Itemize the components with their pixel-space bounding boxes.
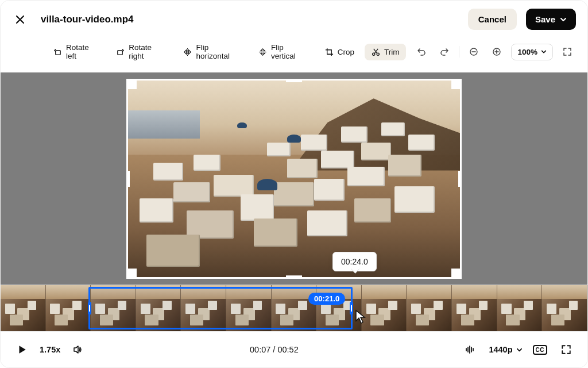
zoom-out-icon (469, 47, 478, 56)
timeline-thumb[interactable] (407, 285, 452, 331)
current-time: 00:07 (250, 345, 270, 354)
svg-rect-1 (118, 50, 122, 55)
trim-handle-start[interactable] (88, 302, 91, 315)
flip-horizontal-button[interactable]: Flip horizontal (176, 39, 248, 64)
redo-icon (440, 47, 449, 56)
trim-end-badge: 00:21.0 (308, 293, 345, 305)
total-time: 00:52 (277, 345, 298, 354)
rotate-left-icon (53, 48, 62, 56)
video-editor-app: villa-tour-video.mp4 Cancel Save Rotate … (0, 0, 588, 368)
fullscreen-button[interactable] (559, 43, 576, 60)
divider (459, 46, 459, 57)
cancel-button[interactable]: Cancel (468, 9, 517, 30)
redo-button[interactable] (436, 43, 453, 60)
timeline-thumb[interactable] (1, 285, 46, 331)
timeline: 00:21.0 (1, 285, 587, 332)
rotate-right-button[interactable]: Rotate right (109, 39, 173, 64)
zoom-out-button[interactable] (465, 43, 482, 60)
timeline-thumb[interactable] (46, 285, 91, 331)
zoom-in-icon (492, 47, 501, 56)
volume-icon (73, 344, 83, 355)
trim-selection[interactable]: 00:21.0 (88, 287, 353, 329)
time-display: 00:07 / 00:52 (96, 345, 452, 354)
resolution-dropdown[interactable]: 1440p (489, 345, 522, 354)
crop-icon (325, 48, 334, 56)
audio-settings-button[interactable] (461, 341, 478, 358)
frame-preview (126, 79, 462, 279)
flip-horizontal-icon (183, 48, 192, 56)
playback-speed[interactable]: 1.75x (40, 345, 60, 354)
rotate-right-icon (116, 48, 125, 56)
trim-handle-end[interactable] (350, 302, 353, 315)
timeline-thumb[interactable] (542, 285, 587, 331)
close-button[interactable] (12, 12, 28, 28)
close-icon (15, 14, 25, 25)
undo-icon (417, 47, 426, 56)
timeline-thumb[interactable] (497, 285, 543, 331)
timeline-thumb[interactable] (362, 285, 407, 331)
chevron-down-icon (560, 16, 567, 23)
volume-button[interactable] (69, 341, 87, 358)
header: villa-tour-video.mp4 Cancel Save (1, 1, 587, 36)
play-icon (17, 344, 27, 355)
file-title: villa-tour-video.mp4 (41, 14, 134, 25)
time-tooltip: 00:24.0 (332, 252, 377, 271)
playbar: 1.75x 00:07 / 00:52 1440p CC (1, 332, 587, 367)
waveform-icon (465, 344, 475, 355)
fullscreen-player-button[interactable] (558, 341, 575, 358)
timeline-thumb[interactable] (452, 285, 497, 331)
trim-button[interactable]: Trim (365, 44, 407, 60)
play-button[interactable] (13, 341, 30, 358)
zoom-level-dropdown[interactable]: 100% (511, 44, 553, 60)
flip-vertical-icon (258, 48, 267, 56)
zoom-label: 100% (517, 48, 537, 56)
zoom-in-button[interactable] (488, 43, 505, 60)
toolbar-right: 100% (413, 43, 576, 60)
chevron-down-icon (516, 347, 523, 353)
toolbar: Rotate left Rotate right Flip horizontal… (1, 36, 587, 72)
save-label: Save (535, 14, 555, 24)
video-canvas[interactable]: 00:24.0 (1, 72, 587, 285)
timeline-track[interactable]: 00:21.0 (1, 285, 587, 331)
captions-button[interactable]: CC (533, 345, 547, 355)
save-button[interactable]: Save (526, 9, 576, 30)
flip-vertical-button[interactable]: Flip vertical (252, 39, 315, 64)
svg-rect-0 (56, 50, 60, 55)
rotate-left-button[interactable]: Rotate left (47, 39, 106, 64)
expand-icon (563, 47, 572, 56)
chevron-down-icon (541, 49, 547, 55)
crop-button[interactable]: Crop (318, 44, 361, 60)
undo-button[interactable] (413, 43, 430, 60)
expand-icon (561, 344, 571, 355)
video-frame[interactable] (126, 79, 462, 279)
trim-icon (372, 48, 380, 56)
